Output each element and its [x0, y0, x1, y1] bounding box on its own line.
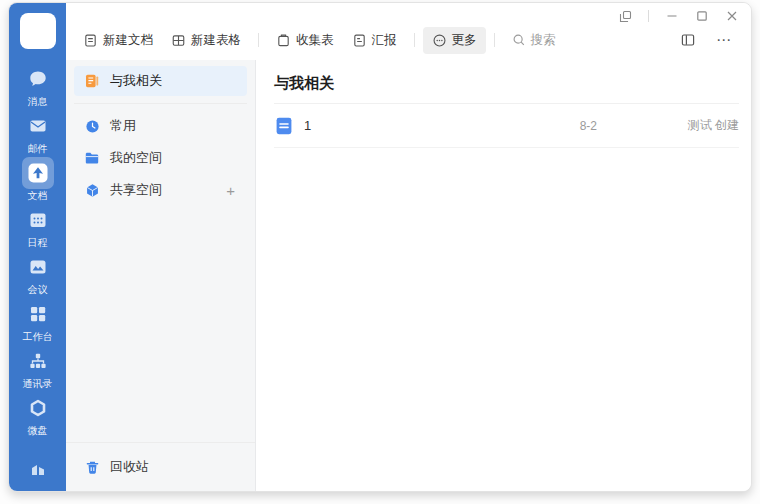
more-label: 更多: [452, 32, 477, 49]
rail-label: 通讯录: [23, 378, 53, 390]
divider: [258, 33, 259, 47]
maximize-icon[interactable]: [695, 9, 709, 23]
sidebar-item-related-to-me[interactable]: 与我相关: [74, 66, 247, 96]
overflow-menu-icon[interactable]: ⋯: [713, 29, 735, 51]
chat-bubble-icon: [28, 69, 48, 89]
divider: [414, 33, 415, 47]
sidebar-item-my-space[interactable]: 我的空间: [74, 143, 247, 173]
list-header: 与我相关: [274, 60, 739, 104]
rail-label: 工作台: [23, 331, 53, 343]
sidebar-item-shared-space[interactable]: 共享空间 +: [74, 175, 247, 205]
app-window: 消息 邮件 文档 日程 会议 工作台 通讯录 微盘: [8, 2, 752, 492]
search-placeholder: 搜索: [531, 32, 556, 49]
window-controls: [618, 9, 739, 23]
new-sheet-icon: [171, 33, 186, 48]
rail-label: 会议: [28, 284, 48, 296]
rail-label: 邮件: [28, 143, 48, 155]
clock-icon: [85, 119, 100, 134]
divider: [648, 10, 649, 22]
file-row[interactable]: 1 8-2 测试 创建: [274, 104, 739, 148]
collect-form-icon: [276, 33, 291, 48]
file-date: 8-2: [580, 119, 597, 133]
close-icon[interactable]: [725, 9, 739, 23]
toolbar: 新建文档 新建表格 收集表 汇报 更多: [74, 25, 743, 55]
new-doc-icon: [83, 33, 98, 48]
org-tree-icon: [28, 351, 48, 371]
sidebar-item-recycle-bin[interactable]: 回收站: [74, 452, 247, 482]
meeting-icon: [28, 257, 48, 277]
collect-form-label: 收集表: [296, 32, 334, 49]
panel-toggle-icon[interactable]: [677, 29, 699, 51]
divider: [74, 103, 247, 104]
rail-label: 消息: [28, 96, 48, 108]
orange-doc-icon: [84, 73, 100, 89]
sidebar-item-label: 常用: [110, 117, 237, 135]
divider: [494, 33, 495, 47]
titlebar: 新建文档 新建表格 收集表 汇报 更多: [66, 3, 751, 60]
new-sheet-button[interactable]: 新建表格: [162, 27, 250, 54]
rail-item-docs[interactable]: 文档: [9, 157, 66, 203]
doc-list-panel: 与我相关 1 8-2 测试 创建: [256, 60, 751, 491]
envelope-icon: [28, 116, 48, 136]
rail-label: 文档: [28, 190, 48, 202]
file-creator: 测试 创建: [597, 117, 739, 134]
rail-item-workbench[interactable]: 工作台: [9, 298, 66, 344]
drive-icon: [28, 398, 48, 418]
sidebar-item-label: 共享空间: [110, 181, 224, 199]
rail-label: 日程: [28, 237, 48, 249]
cube-icon: [85, 183, 100, 198]
new-doc-button[interactable]: 新建文档: [74, 27, 162, 54]
minimize-icon[interactable]: [665, 9, 679, 23]
sidebar-item-label: 与我相关: [110, 72, 237, 90]
sidebar-item-frequent[interactable]: 常用: [74, 111, 247, 141]
grid-icon: [28, 304, 48, 324]
new-sheet-label: 新建表格: [191, 32, 241, 49]
report-icon: [352, 33, 367, 48]
stats-chart-icon[interactable]: [28, 459, 48, 479]
sidebar-item-label: 我的空间: [110, 149, 237, 167]
rail-item-contacts[interactable]: 通讯录: [9, 345, 66, 391]
rail-item-calendar[interactable]: 日程: [9, 204, 66, 250]
new-doc-label: 新建文档: [103, 32, 153, 49]
page-title: 与我相关: [274, 74, 334, 91]
collect-form-button[interactable]: 收集表: [267, 27, 343, 54]
more-circle-icon: [432, 33, 447, 48]
folder-icon: [84, 150, 100, 166]
more-button[interactable]: 更多: [423, 27, 486, 54]
docs-sidebar: 与我相关 常用 我的空间 共享空间 +: [66, 60, 256, 491]
add-shared-space-button[interactable]: +: [224, 183, 237, 198]
report-label: 汇报: [372, 32, 397, 49]
doc-arrow-icon: [27, 162, 49, 184]
popout-icon[interactable]: [618, 9, 632, 23]
calendar-icon: [28, 210, 48, 230]
sidebar-item-label: 回收站: [110, 458, 237, 476]
app-rail: 消息 邮件 文档 日程 会议 工作台 通讯录 微盘: [9, 3, 66, 491]
rail-item-mail[interactable]: 邮件: [9, 110, 66, 156]
rail-item-drive[interactable]: 微盘: [9, 392, 66, 438]
rail-label: 微盘: [28, 425, 48, 437]
search-input[interactable]: 搜索: [503, 27, 623, 54]
file-name: 1: [304, 118, 311, 133]
rail-item-messages[interactable]: 消息: [9, 63, 66, 109]
rail-item-meeting[interactable]: 会议: [9, 251, 66, 297]
report-button[interactable]: 汇报: [343, 27, 406, 54]
search-icon: [512, 33, 526, 47]
doc-file-icon: [274, 116, 294, 136]
sidebar-footer: 回收站: [66, 442, 255, 491]
trash-icon: [85, 460, 100, 475]
avatar[interactable]: [20, 13, 56, 49]
